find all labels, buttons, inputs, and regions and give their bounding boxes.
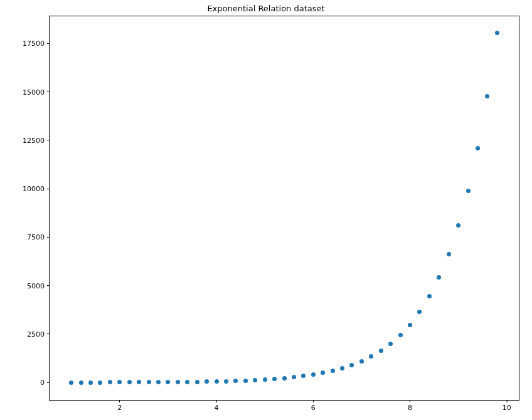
data-point <box>447 252 451 256</box>
x-tick: 10 <box>503 400 511 412</box>
data-point <box>292 375 296 379</box>
data-point <box>185 380 189 384</box>
x-tick: 4 <box>215 400 219 412</box>
data-point <box>69 381 73 385</box>
data-point <box>321 370 325 375</box>
y-tick: 7500 <box>27 233 50 241</box>
y-tick: 15000 <box>23 88 50 96</box>
data-point <box>253 378 257 382</box>
data-point <box>88 381 93 385</box>
data-point <box>349 363 354 367</box>
data-point <box>233 379 238 383</box>
data-point <box>417 310 422 314</box>
chart-title: Exponential Relation dataset <box>0 4 532 13</box>
data-point <box>176 380 180 384</box>
data-point <box>301 374 306 378</box>
data-point <box>224 379 228 384</box>
data-point <box>272 377 277 381</box>
data-point <box>147 380 151 384</box>
data-point <box>495 31 499 35</box>
data-point <box>331 369 335 373</box>
data-point <box>359 359 364 364</box>
data-point <box>156 380 161 384</box>
plot-area <box>50 16 519 400</box>
y-tick: 10000 <box>23 185 50 193</box>
data-point <box>205 379 209 384</box>
data-point <box>166 380 170 384</box>
data-point <box>437 275 441 280</box>
x-tick: 2 <box>117 400 122 412</box>
data-point <box>243 379 248 383</box>
data-point <box>379 349 383 353</box>
x-tick: 6 <box>311 400 316 412</box>
axes: 246810025005000750010000125001500017500 <box>49 16 519 401</box>
y-tick: 5000 <box>27 281 50 290</box>
data-point <box>311 372 316 377</box>
y-tick: 2500 <box>27 330 50 338</box>
data-point <box>127 380 132 384</box>
data-point <box>456 223 460 228</box>
data-point <box>215 379 219 384</box>
y-tick: 12500 <box>23 136 50 144</box>
data-point <box>195 380 200 384</box>
data-point <box>137 380 141 384</box>
data-point <box>408 323 412 327</box>
data-point <box>263 377 267 382</box>
figure: Exponential Relation dataset 24681002500… <box>0 0 532 420</box>
data-point <box>398 333 403 337</box>
y-tick: 0 <box>40 379 50 387</box>
y-tick: 17500 <box>23 39 50 48</box>
data-point <box>282 376 287 381</box>
data-point <box>466 189 471 193</box>
data-point <box>108 380 112 384</box>
data-point <box>388 342 393 346</box>
data-point <box>340 366 344 370</box>
data-point <box>117 380 122 384</box>
data-point <box>369 354 373 359</box>
data-point <box>485 94 489 98</box>
data-point <box>476 146 480 150</box>
data-point <box>427 294 432 298</box>
data-point <box>79 381 83 385</box>
data-point <box>98 381 102 385</box>
x-tick: 8 <box>408 400 412 412</box>
